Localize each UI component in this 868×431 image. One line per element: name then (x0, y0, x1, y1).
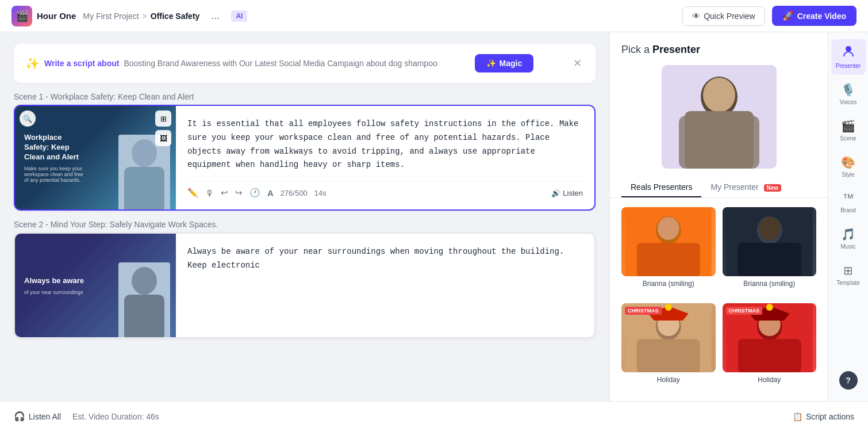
presenter-img-4: CHRISTMAS (723, 303, 817, 372)
scene-2-thumb-subtitle: of your near surroundings (24, 289, 84, 295)
logo-icon: 🎬 (11, 6, 32, 26)
magic-bar-description: Boosting Brand Awareness with Our Latest… (124, 59, 437, 68)
sidebar-item-voices[interactable]: 🎙️ Voices (831, 77, 866, 111)
presenter-card-brianna-2[interactable]: Brianna (smiling) (723, 207, 817, 296)
breadcrumb-parent[interactable]: My First Project (83, 12, 139, 21)
magic-star-icon: ✨ (486, 59, 496, 68)
sidebar-item-template[interactable]: ⊞ Template (831, 258, 866, 292)
sidebar-item-presenter[interactable]: Presenter (831, 39, 866, 75)
edit-icon[interactable]: ✏️ (187, 188, 198, 198)
tab-my-presenter[interactable]: My Presenter New (701, 178, 790, 197)
quick-preview-button[interactable]: 👁 Quick Preview (682, 6, 765, 26)
right-sidebar: Presenter 🎙️ Voices 🎬 Scene 🎨 Style ™ Br… (828, 32, 868, 401)
scene-2-thumb-title: Always be aware (24, 276, 84, 286)
presenter-2-svg (723, 207, 817, 276)
new-badge: New (764, 184, 782, 192)
thumb-layout-button[interactable]: ⊞ (155, 110, 171, 127)
thumb-action-icons: ⊞ 🖼 (155, 110, 171, 146)
create-video-button[interactable]: 🚀 Create Video (772, 6, 857, 26)
scene-1-content: ✏️ 🎙 ↩ ↪ 🕐 A 276/500 14s 🔊 Listen (176, 106, 594, 209)
presenter-img-3: CHRISTMAS (621, 303, 716, 372)
script-actions-button[interactable]: 📋 Script actions (793, 412, 854, 421)
svg-point-2 (132, 267, 157, 295)
panel-header: Pick a Presenter (610, 32, 828, 56)
scene-2-container: Scene 2 - Mind Your Step: Safely Navigat… (14, 220, 596, 338)
duration: 14s (314, 189, 327, 197)
svg-point-0 (132, 139, 157, 167)
sidebar-item-music[interactable]: 🎵 Music (831, 222, 866, 255)
sidebar-music-label: Music (840, 243, 855, 250)
word-count: 276/500 (281, 189, 308, 197)
breadcrumb-current: Office Safety (151, 12, 200, 21)
right-panel: Pick a Presenter Reals Presenters My Pre… (609, 32, 828, 401)
svg-rect-25 (738, 339, 801, 372)
christmas-badge-2: CHRISTMAS (726, 307, 763, 315)
magic-wand-icon: ✨ (25, 56, 40, 70)
undo-icon[interactable]: ↩ (221, 188, 228, 198)
tab-reals-presenters[interactable]: Reals Presenters (621, 178, 701, 197)
presenter-name-1: Brianna (smiling) (643, 280, 694, 288)
svg-rect-8 (685, 111, 754, 169)
main-layout: ✨ Write a script about Boosting Brand Aw… (0, 32, 868, 401)
thumb-text-overlay: Workplace Safety: Keep Clean and Alert M… (24, 133, 87, 183)
breadcrumb-separator: > (143, 12, 147, 21)
christmas-badge-1: CHRISTMAS (625, 307, 662, 315)
help-button[interactable]: ? (839, 371, 858, 390)
voices-icon: 🎙️ (841, 83, 855, 97)
app-logo: 🎬 Hour One (11, 6, 76, 26)
music-icon: 🎵 (841, 227, 855, 241)
scene-1-thumbnail: Workplace Safety: Keep Clean and Alert M… (15, 106, 176, 209)
presenter-img-2 (723, 207, 817, 276)
sidebar-item-scene[interactable]: 🎬 Scene (831, 113, 866, 147)
presenter-preview-area (610, 56, 828, 178)
selected-presenter-preview (662, 65, 777, 169)
scene-2-thumb-text: Always be aware of your near surrounding… (24, 276, 84, 295)
svg-point-12 (658, 217, 679, 240)
more-options-button[interactable]: ... (206, 7, 224, 24)
svg-point-7 (703, 78, 735, 112)
listen-all-button[interactable]: 🎧 Listen All (14, 411, 61, 422)
thumb-search-button[interactable]: 🔍 (20, 110, 36, 127)
presenter-1-svg (621, 207, 716, 276)
presenter-svg-icon (842, 45, 855, 58)
breadcrumb: My First Project > Office Safety (83, 12, 199, 21)
redo-icon[interactable]: ↪ (235, 188, 243, 198)
sidebar-item-brand[interactable]: ™ Brand (831, 186, 866, 219)
sidebar-style-label: Style (842, 171, 854, 178)
scene-2-text[interactable] (187, 245, 583, 326)
write-script-link[interactable]: Write a script about (44, 59, 119, 68)
sidebar-brand-label: Brand (840, 207, 856, 213)
scene-1-text[interactable] (187, 117, 583, 174)
volume-icon: 🔊 (551, 189, 560, 197)
scene-2-presenter-silhouette (118, 262, 170, 337)
mic-icon[interactable]: 🎙 (205, 188, 214, 198)
svg-rect-3 (124, 295, 164, 337)
close-magic-bar-button[interactable]: ✕ (571, 55, 584, 72)
style-icon: 🎨 (841, 155, 855, 169)
top-navigation: 🎬 Hour One My First Project > Office Saf… (0, 0, 868, 32)
brand-icon: ™ (843, 192, 854, 205)
sidebar-item-style[interactable]: 🎨 Style (831, 150, 866, 184)
selected-presenter-svg (662, 65, 777, 169)
scene-2-presenter-thumbnail (118, 262, 170, 337)
rocket-icon: 🚀 (782, 10, 794, 21)
scene-2-thumbnail: Always be aware of your near surrounding… (15, 234, 176, 337)
magic-button[interactable]: ✨ Magic (475, 54, 534, 73)
presenter-card-brianna-1[interactable]: Brianna (smiling) (621, 207, 716, 296)
presenter-grid: Brianna (smiling) Brianna (smiling) C (610, 198, 828, 401)
presenter-icon (842, 45, 855, 60)
listen-button[interactable]: 🔊 Listen (551, 189, 583, 197)
svg-rect-1 (124, 167, 164, 209)
presenter-name-3: Holiday (657, 376, 680, 384)
presenter-card-holiday-2[interactable]: CHRISTMAS Holiday (723, 303, 817, 392)
bottom-bar: 🎧 Listen All Est. Video Duration: 46s 📋 … (0, 401, 868, 431)
magic-bar: ✨ Write a script about Boosting Brand Aw… (14, 44, 596, 83)
svg-point-28 (766, 304, 773, 311)
scene-icon: 🎬 (841, 119, 855, 133)
scene-1-card: Workplace Safety: Keep Clean and Alert M… (14, 105, 596, 211)
estimated-duration: Est. Video Duration: 46s (72, 412, 159, 421)
thumb-image-button[interactable]: 🖼 (155, 130, 171, 146)
scene-1-container: Scene 1 - Workplace Safety: Keep Clean a… (14, 92, 596, 211)
presenter-card-holiday-1[interactable]: CHRISTMAS Holiday (621, 303, 716, 392)
clock-icon: 🕐 (249, 188, 260, 198)
